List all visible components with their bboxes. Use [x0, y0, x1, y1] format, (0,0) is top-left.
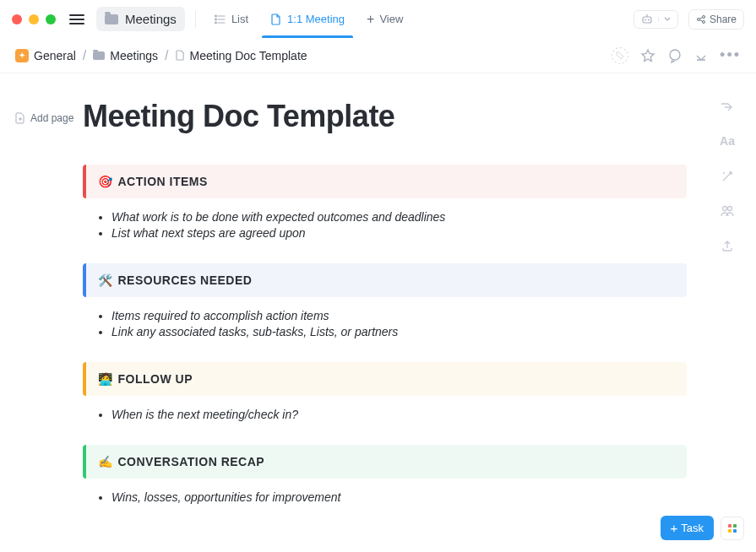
- section-emoji-icon: 🎯: [98, 175, 113, 188]
- breadcrumb-item-general[interactable]: ✦ General: [15, 49, 76, 62]
- list-item[interactable]: Link any associated tasks, sub-tasks, Li…: [111, 325, 687, 338]
- list-item[interactable]: Wins, losses, opportunities for improvem…: [111, 490, 687, 504]
- more-icon[interactable]: •••: [720, 46, 741, 64]
- add-view-label: View: [379, 13, 403, 25]
- text-style-icon[interactable]: Aa: [720, 134, 735, 148]
- tab-1-1-meeting[interactable]: 1:1 Meeting: [262, 0, 353, 38]
- breadcrumb-actions: •••: [612, 46, 741, 64]
- apps-grid-icon: [728, 524, 737, 533]
- collapse-icon[interactable]: [694, 49, 708, 62]
- svg-point-11: [702, 15, 704, 18]
- section-title-text: ACTION ITEMS: [118, 175, 208, 188]
- svg-line-14: [699, 19, 702, 21]
- insert-icon[interactable]: [720, 102, 735, 112]
- svg-point-10: [697, 18, 699, 20]
- svg-point-4: [215, 19, 217, 20]
- chevron-down-icon: [658, 17, 671, 22]
- share-button[interactable]: Share: [688, 9, 744, 30]
- share-icon: [696, 14, 706, 24]
- space-badge-icon: ✦: [15, 49, 29, 62]
- svg-rect-6: [643, 17, 651, 23]
- breadcrumb-label: Meetings: [110, 49, 158, 62]
- section-block[interactable]: 🧑‍💻FOLLOW UP: [83, 362, 687, 396]
- robot-icon: [641, 14, 653, 24]
- task-button-label: Task: [681, 522, 704, 534]
- folder-icon: [105, 14, 118, 24]
- svg-point-7: [645, 19, 646, 20]
- section-bullets: When is the next meeting/check in?: [83, 408, 687, 421]
- divider: [195, 11, 196, 28]
- comment-icon[interactable]: [667, 48, 683, 63]
- add-page-button[interactable]: Add page: [15, 112, 83, 124]
- svg-point-19: [723, 207, 727, 211]
- right-rail: Aa: [712, 99, 742, 528]
- svg-point-20: [728, 207, 732, 211]
- section-block[interactable]: ✍️CONVERSATION RECAP: [83, 445, 687, 479]
- star-icon[interactable]: [640, 48, 655, 63]
- page-title[interactable]: Meeting Doc Template: [83, 99, 687, 134]
- list-item[interactable]: List what next steps are agreed upon: [111, 226, 687, 240]
- list-item[interactable]: Items required to accomplish action item…: [111, 309, 687, 322]
- list-item[interactable]: When is the next meeting/check in?: [111, 408, 687, 421]
- breadcrumb-bar: ✦ General / Meetings / Meeting Doc Templ…: [0, 38, 756, 73]
- section-block[interactable]: 🛠️RESOURCES NEEDED: [83, 263, 687, 297]
- add-page-icon: [15, 112, 25, 124]
- tag-icon[interactable]: [612, 47, 628, 64]
- automation-button[interactable]: [634, 10, 678, 29]
- plus-icon: +: [671, 521, 678, 535]
- export-icon[interactable]: [721, 239, 734, 252]
- breadcrumb-separator: /: [165, 48, 168, 63]
- breadcrumb-item-current[interactable]: Meeting Doc Template: [176, 49, 307, 62]
- apps-button[interactable]: [721, 517, 744, 540]
- magic-icon[interactable]: [721, 170, 734, 183]
- section-bullets: Wins, losses, opportunities for improvem…: [83, 490, 687, 504]
- section-bullets: Items required to accomplish action item…: [83, 309, 687, 338]
- breadcrumb-label: Meeting Doc Template: [190, 49, 307, 62]
- section-bullets: What work is to be done with expected ou…: [83, 210, 687, 240]
- section-title-text: FOLLOW UP: [118, 372, 193, 386]
- section-title: ✍️CONVERSATION RECAP: [98, 455, 675, 468]
- maximize-window-dot[interactable]: [46, 14, 56, 24]
- section-title-text: CONVERSATION RECAP: [118, 455, 265, 468]
- document-body: Meeting Doc Template 🎯ACTION ITEMSWhat w…: [83, 99, 712, 528]
- svg-point-5: [215, 22, 217, 24]
- list-item[interactable]: What work is to be done with expected ou…: [111, 210, 687, 224]
- top-bar: Meetings List 1:1 Meeting + View Share: [0, 0, 756, 38]
- folder-chip[interactable]: Meetings: [96, 7, 185, 31]
- tab-label: 1:1 Meeting: [287, 13, 345, 25]
- list-icon: [215, 14, 226, 25]
- section-title: 🛠️RESOURCES NEEDED: [98, 273, 675, 287]
- svg-point-3: [215, 15, 217, 17]
- minimize-window-dot[interactable]: [29, 14, 39, 24]
- folder-label: Meetings: [125, 12, 177, 26]
- section-title-text: RESOURCES NEEDED: [118, 273, 253, 287]
- section-emoji-icon: 🛠️: [98, 273, 113, 287]
- window-traffic-lights: [12, 14, 56, 24]
- svg-point-8: [648, 19, 650, 20]
- plus-icon: +: [367, 12, 374, 27]
- svg-line-13: [699, 17, 702, 19]
- svg-point-12: [702, 20, 704, 23]
- section-block[interactable]: 🎯ACTION ITEMS: [83, 165, 687, 198]
- section-emoji-icon: ✍️: [98, 455, 113, 468]
- section-title: 🎯ACTION ITEMS: [98, 175, 675, 188]
- new-task-button[interactable]: + Task: [661, 516, 715, 540]
- section-title: 🧑‍💻FOLLOW UP: [98, 372, 675, 386]
- hamburger-menu-icon[interactable]: [69, 14, 84, 24]
- left-sidebar: Add page: [15, 99, 83, 528]
- people-icon[interactable]: [720, 205, 735, 217]
- folder-icon: [93, 51, 105, 60]
- close-window-dot[interactable]: [12, 14, 22, 24]
- breadcrumb-item-meetings[interactable]: Meetings: [93, 49, 158, 62]
- svg-point-15: [670, 50, 680, 60]
- section-emoji-icon: 🧑‍💻: [98, 372, 113, 386]
- breadcrumb-label: General: [34, 49, 76, 62]
- share-label: Share: [710, 14, 737, 25]
- document-icon: [270, 14, 282, 25]
- content-area: Add page Meeting Doc Template 🎯ACTION IT…: [0, 73, 756, 528]
- add-view-button[interactable]: + View: [358, 0, 411, 38]
- breadcrumb-separator: /: [83, 48, 86, 63]
- add-page-label: Add page: [30, 112, 73, 124]
- document-icon: [176, 50, 185, 61]
- tab-list[interactable]: List: [206, 0, 257, 38]
